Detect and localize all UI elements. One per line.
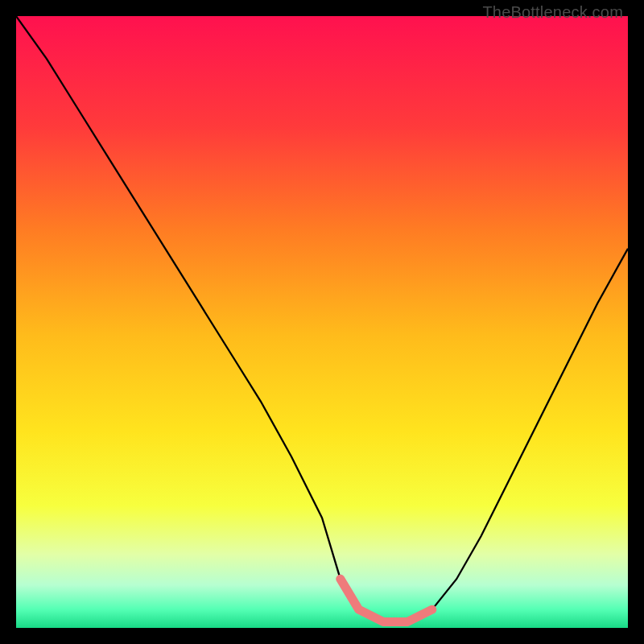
- bottom-highlight: [341, 579, 432, 621]
- chart-frame: TheBottleneck.com: [0, 0, 644, 644]
- watermark-text: TheBottleneck.com: [482, 3, 623, 22]
- plot-area: [16, 16, 628, 628]
- bottleneck-curve: [16, 16, 628, 621]
- curve-layer: [16, 16, 628, 628]
